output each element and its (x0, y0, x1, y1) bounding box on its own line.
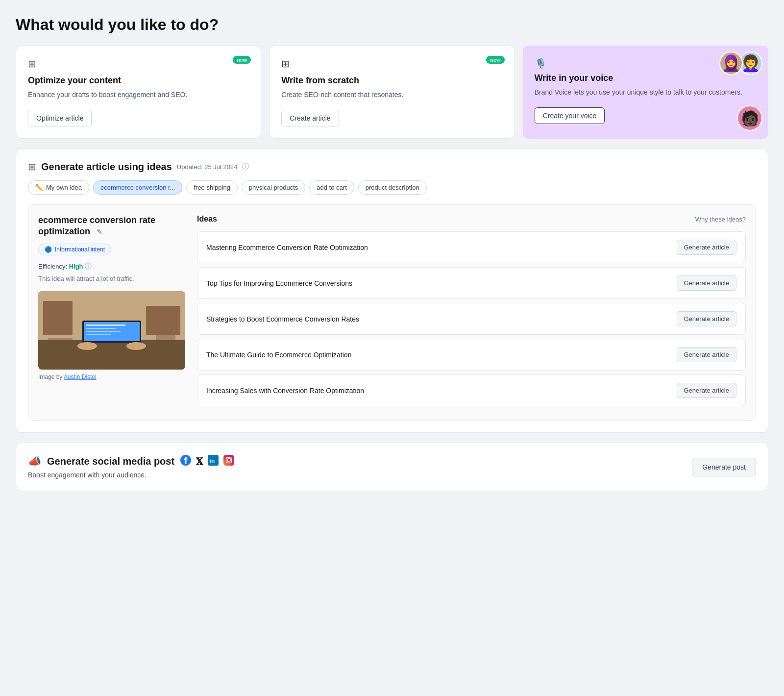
social-media-section: 📣 Generate social media post 𝕏 (16, 443, 768, 491)
social-left: 📣 Generate social media post 𝕏 (28, 455, 234, 479)
idea-row-text-4: Increasing Sales with Conversion Rate Op… (206, 387, 669, 395)
left-panel: ecommerce conversion rate optimization ✎… (38, 215, 185, 410)
svg-rect-21 (156, 335, 175, 340)
svg-rect-17 (130, 343, 133, 347)
tag-ecommerce[interactable]: ecommerce conversion r... (93, 180, 182, 195)
social-header: 📣 Generate social media post 𝕏 (28, 455, 234, 468)
tag-add-to-cart[interactable]: add to cart (309, 180, 354, 195)
svg-rect-10 (86, 331, 121, 332)
optimize-button[interactable]: Optimize article (28, 110, 92, 126)
generate-article-header: ⊞ Generate article using ideas Updated: … (28, 161, 756, 173)
social-desc: Boost engagement with your audience. (28, 471, 234, 479)
social-title: Generate social media post (47, 456, 174, 467)
why-ideas-link[interactable]: Why these ideas? (695, 216, 746, 223)
generate-btn-2[interactable]: Generate article (677, 311, 737, 326)
tag-product-description[interactable]: product description (358, 180, 427, 195)
idea-row-2: Strategies to Boost Ecommerce Conversion… (197, 303, 746, 335)
top-cards-grid: ⊞ new Optimize your content Enhance your… (16, 46, 768, 139)
content-grid: ecommerce conversion rate optimization ✎… (28, 204, 756, 421)
generate-btn-1[interactable]: Generate article (677, 275, 737, 291)
intent-badge: 🔵 Informational intent (38, 244, 111, 255)
social-icons-row: 𝕏 in (180, 455, 234, 468)
ideas-header: Ideas Why these ideas? (197, 215, 746, 224)
idea-row-4: Increasing Sales with Conversion Rate Op… (197, 374, 746, 406)
avatar-3: 🧑🏿 (737, 105, 762, 131)
megaphone-icon: 📣 (28, 455, 41, 468)
facebook-icon[interactable] (180, 455, 191, 468)
voice-desc: Brand Voice lets you use your unique sty… (535, 87, 757, 98)
idea-row-3: The Ultimate Guide to Ecommerce Optimiza… (197, 339, 746, 371)
generate-post-button[interactable]: Generate post (692, 458, 756, 476)
twitter-x-icon[interactable]: 𝕏 (196, 456, 203, 467)
tag-free-shipping[interactable]: free shipping (186, 180, 237, 195)
optimize-icon: ⊞ (28, 58, 249, 70)
idea-row-text-1: Top Tips for Improving Ecommerce Convers… (206, 279, 669, 287)
generate-article-icon: ⊞ (28, 161, 36, 173)
page-title: What would you like to do? (16, 16, 768, 34)
efficiency-info-icon[interactable]: ⓘ (85, 262, 92, 270)
linkedin-icon[interactable]: in (208, 455, 219, 468)
idea-title: ecommerce conversion rate optimization ✎ (38, 215, 185, 238)
avatar-group-top: 🧕 👩‍🦱 (719, 51, 762, 75)
ideas-title: Ideas (197, 215, 217, 224)
svg-rect-16 (90, 343, 93, 347)
tag-physical-products[interactable]: physical products (242, 180, 305, 195)
generate-article-section: ⊞ Generate article using ideas Updated: … (16, 149, 768, 433)
edit-icon[interactable]: ✎ (97, 227, 102, 236)
svg-point-28 (230, 458, 231, 459)
voice-button[interactable]: Create your voice (535, 107, 605, 124)
image-caption: Image by Austin Distel (38, 373, 185, 380)
optimize-card: ⊞ new Optimize your content Enhance your… (16, 46, 261, 139)
svg-rect-3 (43, 301, 73, 335)
optimize-title: Optimize your content (28, 75, 249, 86)
right-panel: Ideas Why these ideas? Mastering Ecommer… (197, 215, 746, 410)
idea-row-text-0: Mastering Ecommerce Conversion Rate Opti… (206, 244, 669, 251)
image-caption-link[interactable]: Austin Distel (64, 373, 97, 380)
efficiency-row: Efficiency: High ⓘ (38, 262, 185, 271)
optimize-desc: Enhance your drafts to boost engagement … (28, 90, 249, 100)
svg-rect-20 (48, 338, 73, 340)
tag-my-own-idea[interactable]: ✏️ My own idea (28, 180, 89, 195)
svg-rect-19 (139, 343, 142, 347)
svg-rect-8 (86, 324, 125, 326)
generate-article-title: Generate article using ideas (41, 161, 172, 173)
generate-btn-4[interactable]: Generate article (677, 383, 737, 398)
idea-row-text-2: Strategies to Boost Ecommerce Conversion… (206, 315, 669, 323)
svg-rect-14 (81, 343, 84, 347)
info-icon[interactable]: ⓘ (242, 162, 249, 171)
scratch-badge: new (486, 56, 504, 64)
svg-text:in: in (210, 458, 215, 465)
svg-rect-25 (223, 455, 234, 466)
generate-btn-0[interactable]: Generate article (677, 240, 737, 255)
svg-rect-15 (86, 342, 89, 347)
generate-btn-3[interactable]: Generate article (677, 347, 737, 362)
idea-description: This idea will attract a lot of traffic. (38, 274, 185, 284)
info-circle-icon: 🔵 (45, 246, 52, 253)
idea-row-0: Mastering Ecommerce Conversion Rate Opti… (197, 231, 746, 263)
pencil-icon: ✏️ (35, 184, 43, 191)
svg-rect-9 (86, 328, 116, 329)
svg-rect-18 (135, 342, 138, 347)
scratch-desc: Create SEO-rich content that resonates. (281, 90, 502, 100)
idea-row-1: Top Tips for Improving Ecommerce Convers… (197, 267, 746, 299)
scratch-icon: ⊞ (281, 58, 502, 70)
svg-rect-11 (86, 334, 111, 335)
svg-rect-4 (146, 306, 180, 335)
mic-icon: 🎙️ (535, 57, 547, 69)
scratch-card: ⊞ new Write from scratch Create SEO-rich… (269, 46, 514, 139)
tags-row: ✏️ My own idea ecommerce conversion r...… (28, 180, 756, 195)
optimize-badge: new (233, 56, 251, 64)
instagram-icon[interactable] (223, 455, 234, 468)
idea-image (38, 291, 185, 370)
scratch-button[interactable]: Create article (281, 110, 339, 126)
voice-card: 🎙️ 🧕 👩‍🦱 Write in your voice Brand Voice… (523, 46, 768, 139)
idea-row-text-3: The Ultimate Guide to Ecommerce Optimiza… (206, 351, 669, 359)
scratch-title: Write from scratch (281, 75, 502, 86)
avatar-1: 🧕 (719, 51, 743, 75)
generate-article-updated: Updated: 25 Jul 2024 (177, 163, 238, 171)
